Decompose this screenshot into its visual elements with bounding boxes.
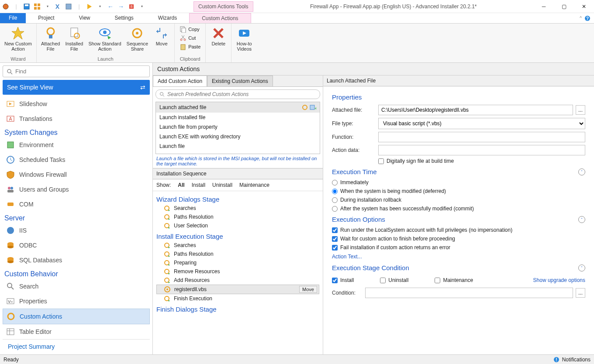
dd-icon[interactable]: ▾ [96, 3, 104, 10]
radio-commit[interactable] [332, 206, 338, 212]
seq-paths-2[interactable]: Paths Resolution [156, 250, 319, 258]
filter-uninstall[interactable]: Uninstall [212, 182, 232, 188]
browse-condition[interactable]: ... [576, 288, 585, 298]
tab-existing-custom-actions[interactable]: Existing Custom Actions [207, 76, 273, 86]
qat-dd-icon[interactable]: ▾ [138, 3, 146, 10]
forward-icon[interactable]: → [117, 3, 125, 10]
check-digitally-sign[interactable] [378, 158, 384, 164]
notifications-link[interactable]: Notifications [562, 357, 591, 363]
filter-maintenance[interactable]: Maintenance [239, 182, 269, 188]
simple-view-button[interactable]: See Simple View ⇄ [3, 80, 150, 95]
browse-attached-file[interactable]: ... [576, 105, 585, 115]
move-button[interactable]: Move [151, 24, 173, 55]
ca-launch-exe-workdir[interactable]: Launch EXE with working directory [156, 132, 320, 141]
attached-file-button[interactable]: Attached File [38, 24, 62, 55]
notification-icon[interactable]: ! [553, 357, 559, 363]
tab-project[interactable]: Project [26, 13, 66, 23]
nav-translations[interactable]: ATranslations [3, 111, 150, 126]
radio-deferred[interactable] [332, 189, 338, 194]
radio-immediately[interactable] [332, 180, 338, 185]
action-text-link[interactable]: Action Text... [332, 252, 585, 261]
check-wait[interactable] [332, 236, 338, 242]
check-install[interactable] [332, 278, 338, 283]
nav-table-editor[interactable]: Table Editor [3, 324, 150, 339]
maximize-button[interactable]: ▢ [554, 0, 574, 13]
ca-search-box[interactable] [155, 89, 320, 99]
nav-sql[interactable]: SQL Databases [3, 253, 150, 268]
tab-wizards[interactable]: Wizards [146, 13, 189, 23]
ca-net-installer[interactable]: .NET Installer Class action [156, 151, 320, 154]
ca-launch-file-property[interactable]: Launch file from property [156, 122, 320, 132]
move-badge[interactable]: Move [299, 286, 317, 293]
collapse-icon[interactable]: ˆ [578, 216, 585, 223]
delete-button[interactable]: Delete [207, 24, 229, 61]
copy-button[interactable]: Copy [178, 25, 202, 33]
tab-custom-actions[interactable]: Custom Actions [189, 13, 251, 23]
nav-custom-actions[interactable]: Custom Actions [3, 309, 150, 324]
close-button[interactable]: ✕ [574, 0, 594, 13]
add-seq-icon[interactable]: + [309, 104, 316, 111]
howto-videos-button[interactable]: How-to Videos [233, 24, 255, 61]
tab-settings[interactable]: Settings [103, 13, 146, 23]
build-icon[interactable] [86, 3, 93, 10]
seq-preparing[interactable]: Preparing [156, 258, 319, 267]
notif-icon[interactable]: 8 [128, 3, 135, 10]
minimize-button[interactable]: ─ [534, 0, 554, 13]
check-uninstall[interactable] [380, 278, 386, 283]
nav-search[interactable]: Search [3, 279, 150, 294]
collapse-ribbon-icon[interactable]: ^ [580, 16, 582, 21]
find-input[interactable] [15, 68, 146, 75]
nav-iis[interactable]: IIS [3, 223, 150, 238]
check-maintenance[interactable] [435, 278, 440, 283]
save-icon[interactable] [23, 3, 31, 10]
radio-rollback[interactable] [332, 197, 338, 203]
seq-user-selection[interactable]: User Selection [156, 221, 319, 230]
dropdown-icon[interactable]: ▾ [44, 3, 52, 10]
paste-button[interactable]: Paste [178, 43, 202, 51]
nav-slideshow[interactable]: Slideshow [3, 96, 150, 111]
cut-icon[interactable] [54, 3, 62, 10]
back-icon[interactable]: ← [107, 3, 114, 10]
project-summary-link[interactable]: Project Summary [3, 339, 150, 354]
collapse-icon[interactable]: ˆ [578, 168, 585, 175]
ca-launch-attached-file[interactable]: Launch attached file+ [156, 102, 320, 113]
seq-searches-1[interactable]: Searches [156, 204, 319, 213]
seq-finish-execution[interactable]: Finish Execution [156, 294, 319, 303]
views-icon[interactable] [33, 3, 41, 10]
check-localsystem[interactable] [332, 227, 338, 233]
show-upgrade-link[interactable]: Show upgrade options [533, 275, 585, 285]
save2-icon[interactable] [65, 3, 73, 10]
seq-registerdll[interactable]: registerdll.vbs Move [156, 285, 319, 294]
input-condition[interactable] [365, 288, 573, 298]
new-custom-action-button[interactable]: New Custom Action [2, 24, 35, 55]
tab-view[interactable]: View [67, 13, 103, 23]
seq-add-resources[interactable]: Add Resources [156, 276, 319, 285]
help-icon[interactable]: ? [584, 15, 591, 21]
find-box[interactable] [3, 65, 150, 77]
ca-launch-installed-file[interactable]: Launch installed file [156, 113, 320, 122]
ca-search-input[interactable] [167, 91, 316, 97]
tab-add-custom-action[interactable]: Add Custom Action [153, 76, 207, 86]
ca-launch-file[interactable]: Launch file [156, 141, 320, 151]
filter-install[interactable]: Install [192, 182, 205, 188]
nav-odbc[interactable]: ODBC [3, 238, 150, 253]
custom-action-list[interactable]: Launch attached file+ Launch installed f… [155, 102, 320, 154]
input-function[interactable] [378, 132, 585, 142]
check-fail[interactable] [332, 245, 338, 251]
cut-button[interactable]: Cut [178, 34, 202, 42]
nav-scheduled-tasks[interactable]: Scheduled Tasks [3, 152, 150, 167]
nav-users-groups[interactable]: Users and Groups [3, 182, 150, 197]
tab-file[interactable]: File [0, 13, 26, 23]
nav-environment[interactable]: Environment [3, 137, 150, 152]
seq-paths-1[interactable]: Paths Resolution [156, 213, 319, 221]
input-action-data[interactable] [378, 145, 585, 155]
select-file-type[interactable]: Visual basic script (*.vbs) [378, 118, 585, 129]
filter-all[interactable]: All [178, 182, 184, 188]
input-attached-file[interactable] [378, 105, 573, 115]
nav-com[interactable]: COM [3, 197, 150, 212]
collapse-icon[interactable]: ˆ [578, 264, 585, 271]
gear-icon[interactable] [301, 104, 308, 111]
nav-properties[interactable]: V=Properties [3, 294, 150, 309]
seq-searches-2[interactable]: Searches [156, 241, 319, 250]
seq-remove-resources[interactable]: Remove Resources [156, 267, 319, 276]
